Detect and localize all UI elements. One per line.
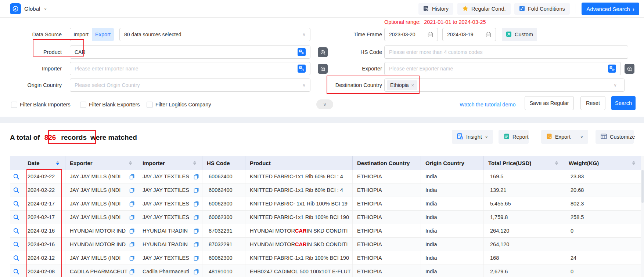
table-cell-exporter-text[interactable]: JAY JAY MILLS (INDI [70, 174, 120, 179]
sort-arrows-icon[interactable] [129, 161, 132, 165]
row-search-icon[interactable] [13, 241, 19, 248]
table-cell-exporter-text[interactable]: JAY JAY MILLS (INDI [70, 187, 120, 193]
table-cell-importer: HYUNDAI TRADIN [138, 238, 202, 251]
copy-icon[interactable] [194, 242, 199, 247]
translate-icon[interactable]: A [298, 48, 306, 56]
table-cell-importer-text[interactable]: JAY JAY TEXTILES [143, 255, 189, 261]
table-cell-importer-text[interactable]: JAY JAY TEXTILES [143, 201, 189, 207]
table-cell-exporter-text[interactable]: JAY JAY MILLS (INDI [70, 255, 120, 261]
sort-arrows-icon[interactable] [193, 161, 196, 165]
row-search-icon[interactable] [13, 201, 19, 207]
row-search-icon[interactable] [13, 269, 19, 275]
svg-text:A: A [612, 68, 614, 72]
sort-arrows-icon[interactable] [555, 161, 558, 165]
table-cell-weight: 24 [564, 251, 641, 265]
table-cell-importer-text[interactable]: Cadila Pharmaceuti [143, 269, 189, 274]
fuzzy-match-icon-button[interactable] [625, 64, 634, 74]
copy-icon[interactable] [194, 215, 199, 220]
column-header-label: Product [250, 160, 271, 166]
destination-country-select[interactable]: Ethiopia × ∨ [384, 79, 625, 92]
date-to-input[interactable]: 2024-03-19 [442, 28, 496, 41]
save-as-regular-button[interactable]: Save as Regular [525, 96, 574, 110]
sort-arrows-icon[interactable] [56, 161, 59, 165]
row-search-icon[interactable] [13, 255, 19, 261]
table-cell-weight [564, 238, 641, 251]
table-cell-importer-text[interactable]: JAY JAY TEXTILES [143, 214, 189, 220]
copy-icon[interactable] [194, 187, 199, 193]
importer-input[interactable]: Please enter Importer name A [70, 62, 310, 75]
filter-blank-exporters-checkbox[interactable] [80, 102, 86, 108]
report-button[interactable]: Report [499, 130, 529, 144]
copy-icon[interactable] [129, 201, 135, 207]
copy-icon[interactable] [194, 269, 199, 274]
fold-conditions-button[interactable]: Fold Conditions [514, 3, 570, 15]
translate-icon[interactable]: A [608, 65, 616, 73]
table-cell-date: 2024-02-17 [23, 197, 65, 210]
table-scrollbar-thumb[interactable] [641, 170, 644, 203]
copy-icon[interactable] [194, 255, 199, 261]
filter-logistics-company-checkbox[interactable] [147, 102, 153, 108]
date-to-value: 2024-03-19 [447, 32, 474, 37]
table-cell-exporter-text[interactable]: HYUNDAI MOTOR IND [70, 228, 126, 234]
row-search-icon[interactable] [13, 214, 19, 220]
close-icon[interactable]: × [411, 83, 414, 88]
import-toggle[interactable]: Import [70, 28, 92, 41]
sort-arrows-icon[interactable] [632, 161, 635, 165]
table-cell-importer-text[interactable]: HYUNDAI TRADIN [143, 228, 188, 234]
copy-icon[interactable] [129, 228, 135, 234]
hs-code-input[interactable]: Please enter more than 4 customs codes [384, 45, 628, 59]
custom-icon [506, 31, 512, 38]
copy-icon[interactable] [129, 174, 135, 179]
column-header-weight-kg[interactable]: Weight(KG) [564, 156, 641, 170]
copy-icon[interactable] [194, 228, 199, 234]
table-cell-importer-text[interactable]: HYUNDAI TRADIN [143, 241, 188, 247]
search-button[interactable]: Search [611, 96, 636, 110]
filter-blank-importers-checkbox[interactable] [11, 102, 17, 108]
table-cell-exporter-text[interactable]: JAY JAY MILLS (INDI [70, 214, 120, 220]
history-button[interactable]: History [418, 3, 453, 15]
customize-button[interactable]: Customize [596, 130, 634, 144]
custom-range-button[interactable]: Custom [502, 28, 537, 41]
advanced-search-button[interactable]: Advanced Search › [582, 3, 639, 15]
column-header-date[interactable]: Date [23, 156, 65, 170]
row-search-icon[interactable] [13, 174, 19, 180]
table-cell-destination: ETHIOPIA [353, 170, 421, 183]
date-from-input[interactable]: 2023-03-20 [384, 28, 438, 41]
exporter-label: Exporter [316, 62, 382, 75]
copy-icon[interactable] [194, 201, 199, 207]
tutorial-link[interactable]: Watch the tutorial demo [460, 99, 516, 110]
copy-icon[interactable] [129, 269, 135, 274]
table-cell-importer-text[interactable]: JAY JAY TEXTILES [143, 187, 189, 193]
copy-icon[interactable] [129, 255, 135, 261]
table-cell-importer: JAY JAY TEXTILES [138, 197, 202, 210]
export-toggle[interactable]: Export [92, 28, 114, 41]
table-cell-destination: ETHIOPIA [353, 238, 421, 251]
chevron-down-icon: ∨ [302, 32, 306, 37]
origin-country-select[interactable]: Please select Origin Country ∨ [70, 79, 310, 92]
data-sources-select[interactable]: 80 data sources selected ∨ [119, 28, 310, 41]
column-header-exporter[interactable]: Exporter [65, 156, 138, 170]
collapse-form-button[interactable]: ∨ [316, 99, 333, 109]
region-selector[interactable]: Global ∨ [24, 0, 47, 17]
column-header-total-price-usd[interactable]: Total Price(USD) [484, 156, 564, 170]
regular-conditions-button[interactable]: Regular Cond. [457, 3, 511, 15]
table-cell-exporter-text[interactable]: CADILA PHARMACEUT [70, 269, 127, 274]
row-search-icon[interactable] [13, 187, 19, 193]
row-search-icon[interactable] [13, 228, 19, 234]
copy-icon[interactable] [194, 174, 199, 179]
insight-button[interactable]: BI Insight ∨ [452, 130, 493, 144]
copy-icon[interactable] [129, 242, 135, 247]
product-input[interactable]: CAR A [70, 45, 310, 59]
exporter-input[interactable]: Please enter Exporter name A [384, 62, 621, 75]
table-cell-exporter-text[interactable]: HYUNDAI MOTOR IND [70, 241, 126, 247]
export-button[interactable]: Export ∨ [541, 130, 588, 144]
table-cell-exporter-text[interactable]: JAY JAY MILLS (INDI [70, 201, 120, 207]
copy-icon[interactable] [129, 215, 135, 220]
copy-icon[interactable] [129, 187, 135, 193]
table-cell-detail [10, 265, 23, 277]
column-header-importer[interactable]: Importer [138, 156, 202, 170]
translate-icon[interactable]: A [298, 65, 306, 73]
chevron-down-icon[interactable]: ∨ [580, 135, 583, 139]
table-cell-importer-text[interactable]: JAY JAY TEXTILES [143, 174, 189, 179]
reset-button[interactable]: Reset [580, 96, 605, 110]
